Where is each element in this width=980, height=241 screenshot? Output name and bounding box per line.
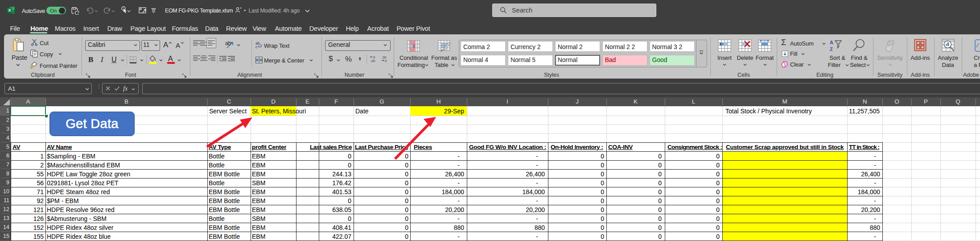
svg-text:Z: Z xyxy=(830,46,833,52)
svg-text:.00: .00 xyxy=(371,59,375,62)
svg-text:X: X xyxy=(8,8,11,12)
svg-text:0: 0 xyxy=(385,59,387,62)
svg-text:A: A xyxy=(830,40,833,45)
